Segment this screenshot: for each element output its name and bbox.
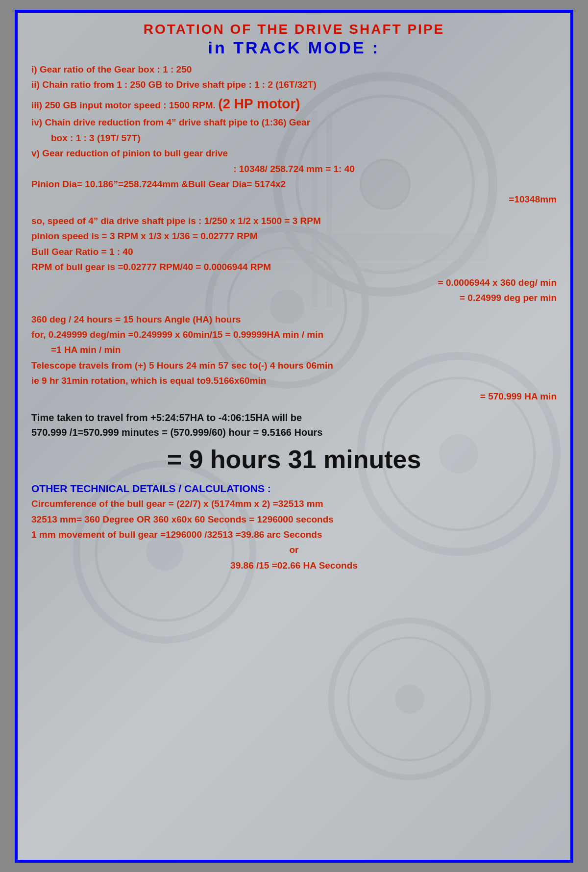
black-line1: Time taken to travel from +5:24:57HA to … [31, 410, 557, 425]
item-iv: iv) Chain drive reduction from 4” drive … [31, 115, 557, 129]
more-calc-5: ie 9 hr 31min rotation, which is equal t… [31, 374, 557, 388]
other-details-block: Circumference of the bull gear = (22/7) … [31, 497, 557, 573]
calc-3: Bull Gear Ratio = 1 : 40 [31, 245, 557, 259]
title-line2: in TRACK MODE : [31, 38, 557, 57]
more-calc-4: Telescope travels from (+) 5 Hours 24 mi… [31, 358, 557, 373]
black-line2: 570.999 /1=570.999 minutes = (570.999/60… [31, 425, 557, 440]
other-detail-4: or [31, 543, 557, 557]
rpm-line-2: = 0.24999 deg per min [31, 291, 557, 305]
black-text-block: Time taken to travel from +5:24:57HA to … [31, 410, 557, 440]
item-iii-large: (2 HP motor) [218, 96, 300, 111]
body-text-block: i) Gear ratio of the Gear box : 1 : 250 … [31, 62, 557, 207]
item-v2: : 10348/ 258.724 mm = 1: 40 [31, 162, 557, 176]
more-calc-1: 360 deg / 24 hours = 15 hours Angle (HA)… [31, 312, 557, 326]
result-large: = 9 hours 31 minutes [31, 445, 557, 474]
calc-1: so, speed of 4” dia drive shaft pipe is … [31, 214, 557, 228]
ha-min: = 570.999 HA min [31, 389, 557, 403]
calculations-block: so, speed of 4” dia drive shaft pipe is … [31, 214, 557, 305]
item-iii-text: iii) 250 GB input motor speed : 1500 RPM… [31, 100, 216, 110]
other-detail-1: Circumference of the bull gear = (22/7) … [31, 497, 557, 511]
section-title: OTHER TECHNICAL DETAILS / CALCULATIONS : [31, 483, 557, 495]
item-pinion2: =10348mm [31, 192, 557, 206]
item-iii: iii) 250 GB input motor speed : 1500 RPM… [31, 93, 557, 114]
title-line1: ROTATION OF THE DRIVE SHAFT PIPE [31, 22, 557, 37]
other-detail-2: 32513 mm= 360 Degree OR 360 x60x 60 Seco… [31, 512, 557, 526]
more-calc-2: for, 0.249999 deg/min =0.249999 x 60min/… [31, 327, 557, 342]
calc-2: pinion speed is = 3 RPM x 1/3 x 1/36 = 0… [31, 229, 557, 243]
other-detail-3: 1 mm movement of bull gear =1296000 /325… [31, 527, 557, 542]
rpm-line-1: = 0.0006944 x 360 deg/ min [31, 275, 557, 290]
item-iv2: box : 1 : 3 (19T/ 57T) [31, 131, 557, 145]
item-i: i) Gear ratio of the Gear box : 1 : 250 [31, 62, 557, 76]
item-ii: ii) Chain ratio from 1 : 250 GB to Drive… [31, 77, 557, 92]
more-calc-3: =1 HA min / min [31, 343, 557, 357]
main-content: ROTATION OF THE DRIVE SHAFT PIPE in TRAC… [18, 13, 570, 587]
calc-4: RPM of bull gear is =0.02777 RPM/40 = 0.… [31, 260, 557, 274]
other-detail-5: 39.86 /15 =02.66 HA Seconds [31, 558, 557, 573]
page-container: ROTATION OF THE DRIVE SHAFT PIPE in TRAC… [15, 10, 573, 863]
item-v1: v) Gear reduction of pinion to bull gear… [31, 146, 557, 160]
item-pinion: Pinion Dia= 10.186”=258.7244mm &Bull Gea… [31, 177, 557, 191]
more-calcs-block: 360 deg / 24 hours = 15 hours Angle (HA)… [31, 312, 557, 404]
